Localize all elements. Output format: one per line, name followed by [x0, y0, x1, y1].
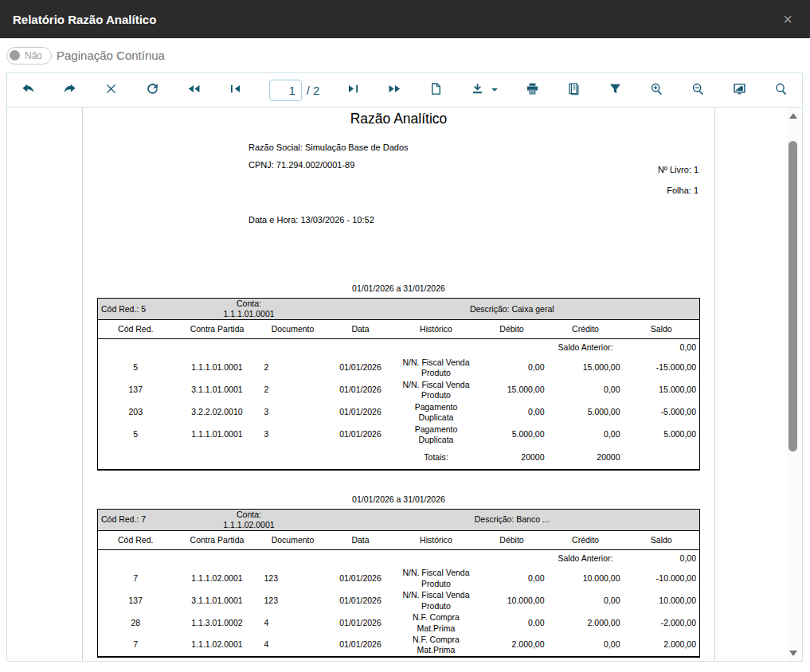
history-forward-button[interactable] — [62, 80, 77, 100]
close-button[interactable]: × — [778, 10, 797, 29]
table-row: 281.1.3.01.0002401/01/2026N.F. CompraMat… — [97, 612, 699, 635]
first-page-button[interactable] — [228, 80, 243, 100]
column-header: Histórico — [396, 531, 475, 550]
download-button[interactable] — [470, 80, 499, 100]
vertical-scrollbar[interactable] — [787, 107, 799, 661]
modal-header: Relatório Razão Analítico × — [0, 0, 810, 38]
saldo-anterior-label: Saldo Anterior: — [548, 339, 624, 357]
table-row: 1373.1.1.01.000112301/01/2026N/N. Fiscal… — [97, 590, 699, 612]
account-band-row: Cód Red.: 5Conta:1.1.1.01.0001Descrição:… — [97, 299, 699, 320]
conta-cell: Conta:1.1.1.02.0001 — [173, 509, 324, 530]
single-page-icon — [428, 81, 444, 99]
fit-page-button[interactable] — [732, 80, 747, 100]
page-number-input[interactable] — [269, 80, 302, 101]
column-header: Contra Partida — [173, 320, 260, 339]
last-page-button[interactable] — [346, 80, 361, 100]
datetime-line: Data e Hora: 13/03/2026 - 10:52 — [248, 215, 714, 232]
totals-row: Totais:2000020000 — [97, 446, 699, 470]
search-button[interactable] — [773, 80, 788, 100]
cod-red-cell: Cód Red.: 7 — [97, 509, 173, 530]
num-livro-line: Nº Livro: 1 — [658, 165, 698, 186]
table-row: 71.1.1.02.0001401/01/2026N.F. CompraMat.… — [97, 635, 699, 657]
saldo-anterior-value: 0,00 — [624, 339, 700, 357]
column-header: Crédito — [547, 531, 623, 550]
book-info: Nº Livro: 1 Folha: 1 — [658, 165, 698, 206]
print-icon — [525, 81, 540, 99]
column-header: Data — [324, 531, 396, 550]
descricao-cell: Descrição: Banco ... — [324, 509, 699, 530]
download-caret-icon — [485, 84, 499, 96]
continuous-pagination-toggle[interactable]: Não — [6, 47, 52, 64]
cod-red-cell: Cód Red.: 5 — [97, 299, 173, 320]
historico-cell: PagamentoDuplicata — [397, 424, 476, 446]
saldo-anterior-value: 0,00 — [623, 550, 699, 568]
toggle-knob-icon — [10, 50, 20, 61]
cnpj-line: CPNJ: 71.294.002/0001-89 — [248, 160, 714, 178]
download-icon — [470, 81, 485, 99]
first-page-icon — [228, 81, 243, 99]
document-map-button[interactable] — [566, 80, 581, 100]
page-navigation: / 2 — [269, 80, 320, 101]
zoom-in-button[interactable] — [649, 80, 664, 100]
column-header: Crédito — [548, 320, 624, 339]
historico-cell: PagamentoDuplicata — [397, 401, 476, 424]
toggle-state-label: Não — [25, 50, 42, 61]
table-row: 2033.2.2.02.0010301/01/2026PagamentoDupl… — [97, 401, 699, 424]
saldo-anterior-label: Saldo Anterior: — [547, 550, 623, 568]
history-back-icon — [21, 81, 36, 99]
stop-icon — [104, 81, 119, 99]
fast-forward-button[interactable] — [387, 80, 402, 100]
toolbar: / 2 — [7, 73, 802, 107]
report-title: Razão Analítico — [83, 107, 714, 127]
account-band-row: Cód Red.: 7Conta:1.1.1.02.0001Descrição:… — [97, 509, 699, 530]
column-header: Cód Red. — [97, 531, 173, 550]
fast-forward-icon — [387, 81, 402, 99]
historico-cell: N/N. Fiscal VendaProduto — [396, 590, 475, 612]
historico-cell: N/N. Fiscal VendaProduto — [396, 568, 475, 590]
single-page-button[interactable] — [428, 80, 444, 100]
historico-cell: N.F. CompraMat.Prima — [396, 635, 475, 657]
column-header-row: Cód Red.Contra PartidaDocumentoDataHistó… — [97, 531, 699, 550]
search-icon — [773, 81, 788, 99]
table-row: 1373.1.1.01.0001201/01/2026N/N. Fiscal V… — [97, 379, 699, 401]
scroll-up-icon — [789, 113, 797, 119]
ledger-table: Cód Red.: 5Conta:1.1.1.01.0001Descrição:… — [97, 298, 700, 471]
stop-button[interactable] — [104, 80, 119, 100]
zoom-out-button[interactable] — [691, 80, 706, 100]
table-row: 71.1.1.02.000112301/01/2026N/N. Fiscal V… — [97, 568, 699, 590]
column-header: Cód Red. — [97, 320, 173, 339]
report-canvas: Razão Analítico Razão Social: Simulação … — [7, 107, 802, 661]
fast-backward-button[interactable] — [186, 80, 202, 100]
history-back-button[interactable] — [21, 80, 36, 100]
scroll-down-button[interactable] — [787, 647, 799, 659]
historico-cell: N.F. CompraMat.Prima — [396, 612, 475, 635]
folha-line: Folha: 1 — [658, 186, 698, 206]
filter-button[interactable] — [608, 80, 623, 100]
scrollbar-thumb[interactable] — [788, 141, 797, 451]
fast-backward-icon — [186, 81, 202, 99]
column-header: Documento — [260, 320, 324, 339]
scroll-up-button[interactable] — [787, 109, 799, 122]
pagination-label: Paginação Contínua — [57, 49, 165, 62]
zoom-in-icon — [649, 81, 664, 99]
column-header: Débito — [476, 320, 548, 339]
period-label: 01/01/2026 a 31/01/2026 — [83, 283, 714, 293]
fit-page-icon — [732, 81, 747, 99]
column-header: Contra Partida — [173, 531, 260, 550]
last-page-icon — [346, 81, 361, 99]
table-row: 51.1.1.01.0001201/01/2026N/N. Fiscal Ven… — [97, 357, 699, 379]
company-info: Razão Social: Simulação Base de Dados CP… — [248, 143, 714, 232]
ledger-section: 01/01/2026 a 31/01/2026Cód Red.: 5Conta:… — [83, 283, 714, 471]
historico-cell: N/N. Fiscal VendaProduto — [397, 379, 476, 401]
column-header: Saldo — [624, 320, 700, 339]
refresh-button[interactable] — [145, 80, 160, 100]
report-page: Razão Analítico Razão Social: Simulação … — [82, 107, 715, 661]
totais-credito: 20000 — [548, 446, 624, 470]
page-count-label: / 2 — [307, 84, 320, 97]
history-forward-icon — [62, 81, 77, 99]
period-label: 01/01/2026 a 31/01/2026 — [83, 494, 714, 504]
column-header-row: Cód Red.Contra PartidaDocumentoDataHistó… — [97, 320, 699, 339]
scroll-down-icon — [789, 651, 797, 656]
column-header: Data — [325, 320, 397, 339]
print-button[interactable] — [525, 80, 540, 100]
